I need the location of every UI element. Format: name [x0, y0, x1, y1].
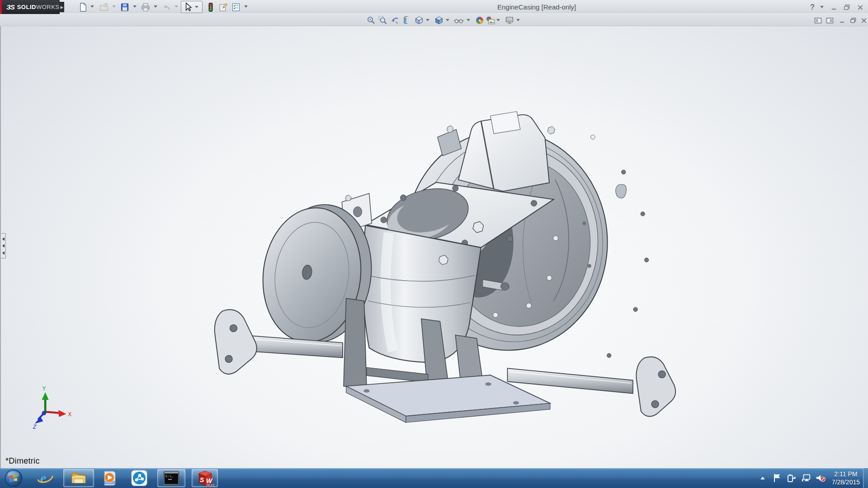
apply-scene-dropdown[interactable]	[495, 19, 501, 24]
volume-button[interactable]	[816, 473, 826, 483]
apply-scene-button[interactable]	[486, 15, 495, 25]
save-button[interactable]	[119, 2, 130, 13]
volume-muted-icon	[816, 473, 826, 483]
help-dropdown[interactable]	[819, 6, 825, 11]
save-floppy-icon	[120, 2, 130, 12]
doc-close-icon	[861, 17, 867, 23]
new-document-dropdown[interactable]	[90, 5, 95, 11]
taskbar-node-graph-app[interactable]	[128, 469, 150, 487]
print-button[interactable]	[140, 2, 151, 13]
select-dropdown[interactable]	[195, 6, 198, 8]
zoom-to-area-button[interactable]	[378, 15, 388, 25]
select-arrow-icon	[183, 2, 193, 13]
node-graph-app-icon	[131, 470, 147, 486]
taskbar-internet-explorer[interactable]: e	[34, 469, 56, 487]
options-dropdown[interactable]	[243, 5, 249, 11]
apply-scene-icon	[486, 16, 495, 25]
taskbar-solidworks[interactable]: S W 2015	[192, 469, 218, 487]
file-properties-icon	[218, 2, 228, 12]
section-view-button[interactable]	[401, 15, 411, 25]
traffic-light-icon	[206, 2, 216, 12]
pane-toggle-left-button[interactable]	[813, 15, 823, 25]
hide-show-items-dropdown[interactable]	[466, 19, 471, 24]
print-dropdown[interactable]	[153, 5, 158, 11]
menu-expander-arrow[interactable]: ▶	[60, 2, 64, 12]
edit-appearance-button[interactable]	[475, 15, 485, 25]
power-plug-icon	[787, 473, 797, 483]
windows-taskbar: e	[0, 468, 868, 488]
windows-start-orb-icon	[5, 469, 23, 487]
restore-icon	[844, 4, 850, 10]
restore-button[interactable]	[841, 2, 853, 12]
file-properties-button[interactable]	[218, 2, 229, 13]
select-tool-button[interactable]	[181, 1, 203, 13]
options-button[interactable]	[231, 2, 241, 13]
pane-left-icon	[814, 17, 822, 24]
view-settings-dropdown[interactable]	[515, 19, 521, 24]
show-desktop-button[interactable]	[863, 468, 868, 488]
undo-dropdown[interactable]	[174, 5, 179, 11]
undo-arrow-icon	[161, 2, 171, 12]
taskbar-clock[interactable]: 2:11 PM 7/28/2015	[830, 470, 862, 486]
open-button[interactable]	[99, 2, 109, 13]
close-button[interactable]	[854, 2, 866, 12]
save-dropdown[interactable]	[132, 5, 137, 11]
window-title: EngineCasing [Read-only]	[497, 0, 576, 14]
reference-triad	[35, 392, 66, 424]
new-document-button[interactable]	[78, 2, 89, 13]
section-view-icon	[402, 16, 411, 25]
view-settings-button[interactable]	[505, 15, 514, 25]
show-hidden-icons-arrow	[760, 476, 765, 480]
minimize-button[interactable]	[828, 2, 840, 12]
doc-close-button[interactable]	[859, 15, 868, 25]
view-orientation-label: *Dimetric	[5, 456, 40, 466]
display-style-dropdown[interactable]	[445, 19, 450, 24]
doc-restore-button[interactable]	[848, 15, 858, 25]
triad-y-label: Y	[42, 385, 46, 392]
taskbar-windows-explorer[interactable]	[63, 469, 94, 487]
doc-minimize-button[interactable]	[837, 15, 847, 25]
hide-show-items-button[interactable]	[454, 15, 464, 25]
doc-minimize-icon	[839, 17, 845, 23]
previous-view-icon	[390, 16, 399, 25]
power-options-button[interactable]	[787, 473, 797, 483]
doc-restore-icon	[850, 17, 857, 23]
minimize-icon	[831, 4, 837, 10]
engine-casing-model[interactable]: Y X Z	[1, 26, 868, 468]
taskbar-command-prompt[interactable]: C:\_	[157, 469, 185, 487]
new-document-icon	[78, 2, 88, 12]
undo-button[interactable]	[161, 2, 172, 13]
network-icon	[801, 473, 811, 483]
title-bar: ЗS SOLIDWORKS ▶	[0, 0, 868, 14]
show-hidden-icons-button[interactable]	[758, 473, 768, 483]
action-center-flag-icon	[773, 473, 782, 483]
view-orientation-button[interactable]	[414, 15, 424, 25]
svg-text:e: e	[40, 470, 46, 485]
network-status-button[interactable]	[801, 473, 811, 483]
action-center-button[interactable]	[772, 473, 782, 483]
graphics-viewport[interactable]: Y X Z *Dimetric	[0, 26, 868, 468]
open-dropdown[interactable]	[111, 5, 117, 11]
taskbar-media-player[interactable]	[99, 469, 120, 487]
dassault-3ds-logo-icon: ЗS	[6, 3, 14, 11]
feature-tree-collapsed-tab[interactable]	[1, 233, 6, 258]
brand-solid-text: SOLID	[17, 4, 36, 10]
display-style-button[interactable]	[434, 15, 444, 25]
view-orientation-dropdown[interactable]	[425, 19, 430, 24]
solidworks-window: ЗS SOLIDWORKS ▶	[0, 0, 868, 488]
zoom-to-area-icon	[378, 16, 387, 25]
eyeglasses-icon	[454, 16, 464, 25]
rebuild-button[interactable]	[205, 2, 216, 13]
options-checklist-icon	[231, 2, 241, 12]
heads-up-view-toolbar	[0, 14, 868, 26]
previous-view-button[interactable]	[390, 15, 400, 25]
clock-time: 2:11 PM	[832, 470, 860, 478]
help-button[interactable]: ?	[807, 2, 818, 12]
internet-explorer-icon: e	[37, 469, 54, 487]
close-icon	[857, 4, 863, 10]
zoom-to-fit-button[interactable]	[366, 15, 376, 25]
start-button[interactable]	[4, 469, 24, 487]
triad-x-label: X	[68, 411, 71, 418]
pane-right-icon	[826, 17, 834, 24]
pane-toggle-right-button[interactable]	[825, 15, 835, 25]
